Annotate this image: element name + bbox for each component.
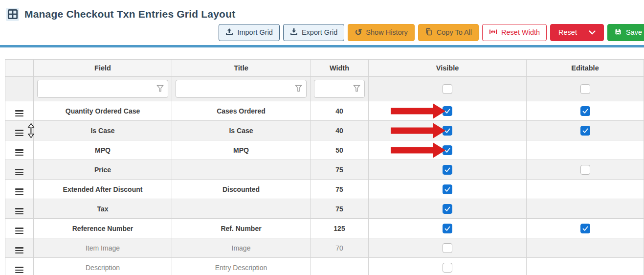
- filter-funnel-icon[interactable]: [295, 85, 302, 93]
- field-filter-input[interactable]: [38, 80, 168, 97]
- width-cell[interactable]: 70: [311, 238, 369, 258]
- drag-handle-icon[interactable]: [15, 247, 23, 253]
- editable-cell-inner: [527, 219, 644, 238]
- width-cell[interactable]: 40: [311, 101, 369, 121]
- filter-funnel-icon[interactable]: [156, 85, 164, 93]
- drag-handle-cell: [5, 160, 34, 180]
- visible-filter-checkbox[interactable]: [443, 84, 452, 94]
- field-cell[interactable]: Reference Number: [34, 219, 172, 238]
- toolbar: Import Grid Export Grid ↺ Show History C…: [0, 23, 644, 42]
- visible-checkbox[interactable]: [443, 243, 452, 253]
- visible-checkbox[interactable]: [443, 224, 452, 233]
- editable-checkbox[interactable]: [580, 224, 590, 233]
- visible-checkbox[interactable]: [443, 145, 452, 155]
- drag-handle-icon[interactable]: [15, 169, 23, 175]
- reset-button[interactable]: Reset: [550, 24, 604, 41]
- visible-checkbox[interactable]: [443, 204, 452, 214]
- copy-to-all-button[interactable]: Copy To All: [418, 24, 479, 41]
- field-cell[interactable]: Description: [34, 258, 172, 275]
- field-cell[interactable]: Tax: [34, 199, 172, 219]
- export-grid-label: Export Grid: [302, 28, 337, 36]
- drag-handle-icon[interactable]: [15, 130, 23, 136]
- visible-checkbox[interactable]: [443, 165, 452, 175]
- grid-layout-table: Field Title Width Visible Editable: [5, 59, 644, 275]
- reset-width-icon: [489, 28, 497, 37]
- title-cell[interactable]: MPQ: [172, 140, 311, 160]
- chevron-down-icon[interactable]: [589, 28, 596, 36]
- editable-cell-inner: [527, 258, 644, 275]
- editable-cell-inner: [527, 199, 644, 218]
- field-cell[interactable]: MPQ: [34, 140, 172, 160]
- width-cell[interactable]: 75: [311, 160, 369, 180]
- grid-icon: [6, 8, 19, 21]
- page-header: Manage Checkout Txn Entries Grid Layout: [0, 0, 644, 22]
- width-cell[interactable]: 125: [311, 219, 369, 238]
- resize-cursor-icon: [27, 123, 35, 138]
- filter-row: [5, 77, 644, 101]
- title-filter-input[interactable]: [176, 80, 306, 97]
- filter-funnel-icon[interactable]: [353, 85, 360, 93]
- editable-checkbox[interactable]: [580, 126, 590, 136]
- table-row: Item Image Image 70: [5, 238, 644, 258]
- width-cell[interactable]: 50: [311, 140, 369, 160]
- title-cell[interactable]: Discounted: [172, 180, 311, 199]
- field-cell[interactable]: Item Image: [34, 238, 172, 258]
- width-filter-box: [314, 80, 365, 98]
- drag-handle-icon[interactable]: [15, 149, 23, 156]
- width-cell[interactable]: 75: [311, 199, 369, 219]
- editable-filter-checkbox[interactable]: [580, 84, 590, 94]
- filter-handle-cell: [5, 77, 34, 101]
- export-grid-button[interactable]: Export Grid: [283, 24, 344, 41]
- reset-width-label: Reset Width: [501, 28, 540, 36]
- visible-cell-inner: [369, 160, 526, 179]
- title-cell[interactable]: Ref. Number: [172, 219, 311, 238]
- reset-width-button[interactable]: Reset Width: [482, 24, 547, 41]
- title-cell[interactable]: [172, 160, 311, 180]
- drag-handle-cell: [5, 219, 34, 238]
- table-row: Quantity Ordered Case Cases Ordered 40: [5, 101, 644, 121]
- drag-handle-icon[interactable]: [15, 228, 23, 234]
- drag-handle-icon[interactable]: [15, 267, 23, 273]
- drag-handle-cell: [5, 140, 34, 160]
- column-header-handle: [5, 60, 34, 77]
- import-grid-button[interactable]: Import Grid: [219, 24, 280, 41]
- title-cell[interactable]: Is Case: [172, 121, 311, 140]
- import-grid-label: Import Grid: [237, 28, 273, 36]
- drag-handle-cell: [5, 258, 34, 275]
- field-cell[interactable]: Extended After Discount: [34, 180, 172, 199]
- visible-cell-inner: [369, 238, 526, 257]
- field-cell[interactable]: Price: [34, 160, 172, 180]
- column-header-title: Title: [172, 60, 311, 77]
- visible-checkbox[interactable]: [443, 126, 452, 136]
- visible-checkbox[interactable]: [443, 106, 452, 116]
- editable-checkbox[interactable]: [580, 165, 590, 175]
- width-cell[interactable]: 40: [311, 121, 369, 140]
- field-cell[interactable]: Is Case: [34, 121, 172, 140]
- title-filter-box: [176, 80, 307, 98]
- upload-icon: [225, 28, 233, 37]
- drag-handle-icon[interactable]: [15, 208, 23, 214]
- drag-handle-cell: [5, 238, 34, 258]
- title-cell[interactable]: Cases Ordered: [172, 101, 311, 121]
- visible-checkbox[interactable]: [443, 184, 452, 194]
- title-cell[interactable]: Entry Description: [172, 258, 311, 275]
- title-cell[interactable]: [172, 199, 311, 219]
- table-row: Price 75: [5, 160, 644, 180]
- column-header-width: Width: [311, 60, 369, 77]
- header-row: Field Title Width Visible Editable: [5, 60, 644, 77]
- visible-checkbox[interactable]: [443, 263, 452, 273]
- editable-checkbox[interactable]: [580, 106, 590, 116]
- drag-handle-icon[interactable]: [15, 188, 23, 195]
- title-cell[interactable]: Image: [172, 238, 311, 258]
- editable-cell-inner: [527, 160, 644, 179]
- visible-cell-inner: [369, 101, 526, 120]
- save-button[interactable]: Save: [607, 24, 644, 41]
- show-history-button[interactable]: ↺ Show History: [348, 24, 415, 41]
- width-cell[interactable]: 75: [311, 180, 369, 199]
- drag-handle-cell: [5, 121, 34, 140]
- visible-cell-inner: [369, 121, 526, 140]
- column-header-editable: Editable: [527, 60, 644, 77]
- drag-handle-icon[interactable]: [15, 110, 23, 116]
- field-cell[interactable]: Quantity Ordered Case: [34, 101, 172, 121]
- width-cell[interactable]: [311, 258, 369, 275]
